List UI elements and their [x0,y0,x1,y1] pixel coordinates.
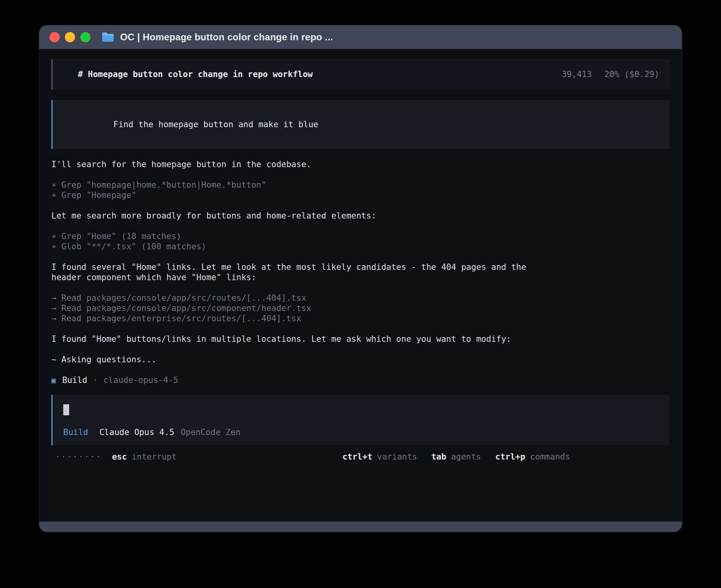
tool-call-group: ∗ Grep "homepage|home.*button|Home.*butt… [51,180,670,200]
text-cursor [63,404,69,415]
status-bar: ········ esc interrupt ctrl+t variants t… [51,452,670,462]
agent-status-line: ▣ Build · claude-opus-4-5 [51,375,670,385]
esc-key-hint: esc [112,452,127,462]
assistant-message: I found "Home" buttons/links in multiple… [51,334,670,344]
minimize-button[interactable] [65,32,75,42]
session-title: # Homepage button color change in repo w… [78,69,313,79]
model-name: Claude Opus 4.5 [99,427,174,437]
assistant-message: I found several "Home" links. Let me loo… [51,262,544,283]
shortcut-hints: ctrl+t variants tab agents ctrl+p comman… [342,452,570,462]
close-button[interactable] [49,32,60,42]
esc-key-label: interrupt [132,452,177,462]
tool-call-line: ∗ Grep "Home" (18 matches) [51,231,670,241]
tool-call-line: ∗ Grep "Homepage" [51,190,670,200]
shortcut-agents: tab agents [431,452,481,462]
window-title: OC | Homepage button color change in rep… [120,32,333,43]
prompt-input[interactable]: Build Claude Opus 4.5 OpenCode Zen [51,395,670,445]
user-message: Find the homepage button and make it blu… [51,100,670,149]
tool-call-group: ∗ Grep "Home" (18 matches) ∗ Glob "**/*.… [51,231,670,252]
folder-icon [102,32,114,42]
spinner-dots: ········ [55,452,102,462]
context-usage: 20% ($0.29) [604,69,659,79]
session-stats: 39,413 20% ($0.29) [562,69,659,79]
terminal-window: OC | Homepage button color change in rep… [39,25,682,532]
traffic-lights [49,32,91,42]
token-count: 39,413 [562,69,592,79]
tool-call-line: ∗ Glob "**/*.tsx" (100 matches) [51,241,670,252]
user-message-text: Find the homepage button and make it blu… [113,120,318,129]
tool-call-line: → Read packages/console/app/src/routes/[… [51,293,670,303]
assistant-message: Let me search more broadly for buttons a… [51,211,670,221]
shortcut-commands: ctrl+p commands [495,452,570,462]
titlebar[interactable]: OC | Homepage button color change in rep… [39,25,682,49]
tool-call-group: → Read packages/console/app/src/routes/[… [51,293,670,324]
mode-label: Build [63,427,88,437]
provider-name: OpenCode Zen [181,427,241,437]
shortcut-variants: ctrl+t variants [342,452,417,462]
agent-model: claude-opus-4-5 [103,375,178,385]
session-header: # Homepage button color change in repo w… [51,59,670,89]
terminal-content: # Homepage button color change in repo w… [39,49,682,522]
tool-call-line: ∗ Grep "homepage|home.*button|Home.*butt… [51,180,670,190]
tool-call-line: → Read packages/console/app/src/componen… [51,303,670,313]
agent-name: Build [62,375,87,385]
assistant-message: I'll search for the homepage button in t… [51,159,670,170]
zoom-button[interactable] [80,32,91,42]
tool-call-line: → Read packages/enterprise/src/routes/[.… [51,313,670,324]
agent-square-icon: ▣ [51,375,56,385]
agent-separator: · [93,375,98,385]
assistant-status: ~ Asking questions... [51,354,670,365]
window-bottom-chrome [39,522,682,532]
input-meta-row: Build Claude Opus 4.5 OpenCode Zen [63,427,659,437]
